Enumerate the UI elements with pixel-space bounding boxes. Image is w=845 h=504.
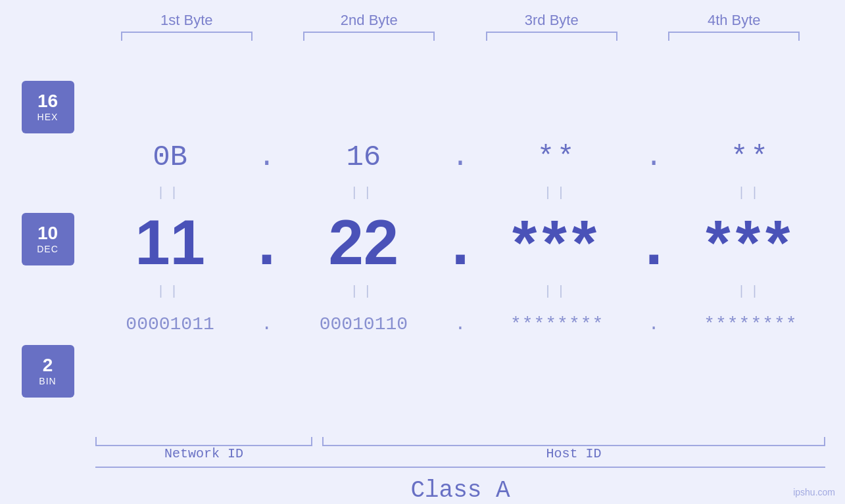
hex-b3: ** xyxy=(491,141,623,173)
badges-column: 16 HEX 10 DEC 2 BIN xyxy=(0,41,95,437)
bracket-b4 xyxy=(668,32,800,41)
dec-dot-3: . xyxy=(640,206,667,279)
hex-b2: 16 xyxy=(298,141,429,173)
byte3-header: 3rd Byte xyxy=(479,12,624,29)
hex-dot-1: . xyxy=(254,141,280,173)
bracket-b2 xyxy=(303,32,435,41)
hex-dot-2: . xyxy=(447,141,473,173)
class-section: Class A xyxy=(0,467,845,504)
sep2-b3: || xyxy=(491,284,623,299)
class-bracket-line xyxy=(95,467,825,468)
hex-row: 0B . 16 . ** . ** xyxy=(95,131,845,183)
sep2-b2: || xyxy=(298,284,429,299)
dec-b1: 11 xyxy=(105,206,236,279)
bin-b3: ******** xyxy=(491,314,623,334)
sep1-b3: || xyxy=(491,185,623,200)
sep2-b1: || xyxy=(105,284,236,299)
hex-badge-number: 16 xyxy=(37,91,58,112)
dec-b4: *** xyxy=(685,206,816,279)
dec-dot-2: . xyxy=(447,206,473,279)
bin-b1: 00001011 xyxy=(105,314,236,334)
watermark: ipshu.com xyxy=(793,487,835,497)
bin-row: 00001011 . 00010110 . ******** . xyxy=(95,302,845,348)
sep2-b4: || xyxy=(685,284,816,299)
byte-headers: 1st Byte 2nd Byte 3rd Byte 4th Byte xyxy=(0,0,845,29)
sep1-b1: || xyxy=(105,185,236,200)
sep1-b2: || xyxy=(298,185,429,200)
hex-badge: 16 HEX xyxy=(22,81,74,133)
dec-b2: 22 xyxy=(298,206,429,279)
bracket-b1 xyxy=(121,32,253,41)
host-id-label: Host ID xyxy=(546,446,601,461)
bin-dot-1: . xyxy=(254,314,280,334)
data-grid: 0B . 16 . ** . ** xyxy=(95,41,845,437)
hex-badge-label: HEX xyxy=(37,112,59,122)
bin-b2: 00010110 xyxy=(298,314,429,334)
network-id-label: Network ID xyxy=(95,446,312,461)
network-id-section: Network ID xyxy=(95,437,312,461)
hex-dot-3: . xyxy=(640,141,667,173)
host-id-section: Host ID xyxy=(322,437,825,461)
sep-row-1: || || || || xyxy=(95,183,845,203)
top-brackets xyxy=(0,32,845,41)
bin-dot-3: . xyxy=(640,314,667,334)
byte4-header: 4th Byte xyxy=(662,12,806,29)
hex-b4: ** xyxy=(685,141,816,173)
dec-row: 11 . 22 . *** . *** xyxy=(95,203,845,282)
sep1-b4: || xyxy=(685,185,816,200)
dec-b3: *** xyxy=(491,206,623,279)
dec-badge-label: DEC xyxy=(37,244,59,254)
byte1-header: 1st Byte xyxy=(114,12,259,29)
dec-badge: 10 DEC xyxy=(22,213,74,265)
hex-b1: 0B xyxy=(105,141,236,173)
host-bracket xyxy=(322,437,825,446)
class-label: Class A xyxy=(410,477,510,504)
bin-badge: 2 BIN xyxy=(22,345,74,398)
bin-dot-2: . xyxy=(447,314,473,334)
dec-badge-number: 10 xyxy=(37,223,58,244)
bracket-b3 xyxy=(486,32,617,41)
main-container: 1st Byte 2nd Byte 3rd Byte 4th Byte 16 H… xyxy=(0,0,845,504)
bin-badge-number: 2 xyxy=(43,355,53,376)
bottom-section: Network ID Host ID xyxy=(0,437,845,461)
network-bracket xyxy=(95,437,312,446)
byte2-header: 2nd Byte xyxy=(297,12,441,29)
grid-wrapper: 16 HEX 10 DEC 2 BIN 0B . xyxy=(0,41,845,437)
dec-dot-1: . xyxy=(254,206,280,279)
bin-b4: ******** xyxy=(685,314,816,334)
sep-row-2: || || || || xyxy=(95,282,845,302)
bin-badge-label: BIN xyxy=(39,376,56,386)
